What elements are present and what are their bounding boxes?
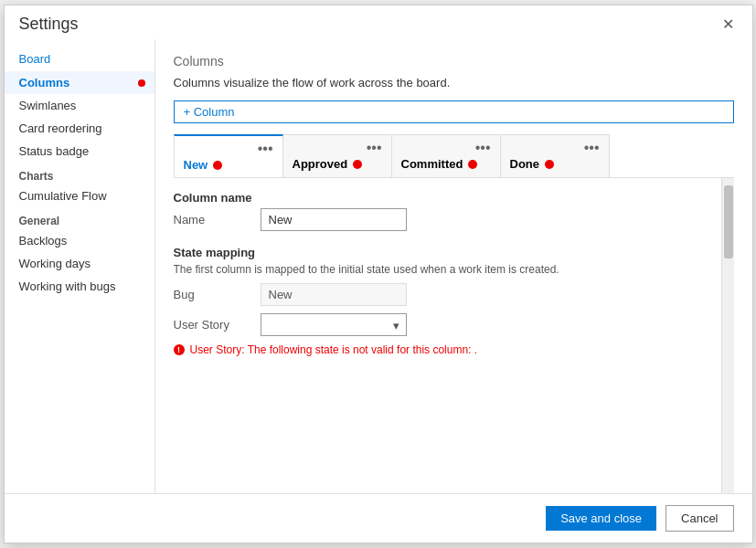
name-field-row: Name	[174, 208, 718, 231]
tab-approved-error	[353, 160, 362, 169]
main-content: Columns Columns visualize the flow of wo…	[155, 39, 752, 493]
tab-done-label: Done	[510, 157, 540, 171]
tab-new-error	[213, 161, 222, 170]
column-name-group: Column name Name	[174, 191, 718, 231]
tab-new-menu[interactable]: •••	[258, 142, 273, 156]
panel-scroll: Column name Name State mapping T	[174, 178, 721, 493]
state-mapping-title: State mapping	[174, 246, 718, 259]
sidebar-item-working-with-bugs[interactable]: Working with bugs	[5, 275, 154, 298]
cancel-button[interactable]: Cancel	[665, 505, 733, 532]
tab-new[interactable]: ••• New	[174, 134, 283, 177]
user-story-select[interactable]	[261, 313, 407, 336]
user-story-label: User Story	[174, 318, 251, 332]
state-mapping-group: State mapping The first column is mapped…	[174, 246, 718, 356]
columns-tabs-wrapper: ••• New •••	[174, 134, 734, 493]
tab-approved-menu[interactable]: •••	[367, 141, 382, 155]
user-story-field-row: User Story	[174, 313, 718, 336]
tab-committed-error	[468, 160, 477, 169]
add-column-button[interactable]: + Column	[174, 100, 734, 123]
column-name-title: Column name	[174, 191, 718, 205]
sidebar: Board Columns Swimlanes Card reordering …	[5, 39, 155, 493]
sidebar-section-charts: Charts	[5, 163, 154, 184]
tabs-row: ••• New •••	[174, 134, 734, 178]
error-icon: !	[174, 344, 185, 355]
scrollbar-thumb[interactable]	[724, 185, 733, 258]
dialog-body: Board Columns Swimlanes Card reordering …	[5, 39, 752, 493]
sidebar-item-cumulative-flow[interactable]: Cumulative Flow	[5, 184, 154, 207]
close-button[interactable]: ✕	[719, 16, 738, 34]
scrollbar[interactable]	[721, 178, 734, 493]
sidebar-item-columns[interactable]: Columns	[5, 71, 154, 94]
error-text: User Story: The following state is not v…	[190, 343, 478, 356]
section-header: Columns	[174, 54, 734, 68]
tab-done-error	[545, 160, 554, 169]
tab-committed[interactable]: ••• Committed	[391, 134, 501, 177]
bug-value: New	[261, 283, 407, 306]
sidebar-item-status-badge[interactable]: Status badge	[5, 140, 154, 163]
sidebar-item-board[interactable]: Board	[5, 47, 154, 71]
user-story-select-wrapper	[261, 313, 407, 336]
bug-field-row: Bug New	[174, 283, 718, 306]
tab-approved[interactable]: ••• Approved	[282, 134, 392, 177]
save-and-close-button[interactable]: Save and close	[546, 506, 656, 531]
bug-label: Bug	[174, 288, 251, 301]
state-mapping-description: The first column is mapped to the initia…	[174, 263, 718, 276]
dialog-title: Settings	[19, 15, 79, 34]
tab-new-label: New	[184, 158, 208, 172]
sidebar-item-backlogs[interactable]: Backlogs	[5, 229, 154, 252]
settings-dialog: Settings ✕ Board Columns Swimlanes Card …	[4, 5, 753, 543]
dialog-title-bar: Settings ✕	[5, 5, 752, 39]
description: Columns visualize the flow of work acros…	[174, 76, 734, 90]
sidebar-item-card-reordering[interactable]: Card reordering	[5, 117, 154, 140]
error-message: ! User Story: The following state is not…	[174, 343, 718, 356]
sidebar-item-working-days[interactable]: Working days	[5, 252, 154, 275]
tab-committed-menu[interactable]: •••	[475, 141, 491, 155]
dialog-footer: Save and close Cancel	[5, 493, 752, 543]
columns-tabs-scroll: ••• New •••	[174, 134, 734, 493]
name-input[interactable]	[261, 208, 407, 231]
name-label: Name	[174, 213, 251, 227]
sidebar-item-swimlanes[interactable]: Swimlanes	[5, 94, 154, 117]
tab-done-menu[interactable]: •••	[584, 141, 600, 155]
tab-done[interactable]: ••• Done	[500, 134, 610, 177]
tab-approved-label: Approved	[293, 157, 348, 171]
tab-committed-label: Committed	[401, 157, 463, 171]
sidebar-section-general: General	[5, 207, 154, 229]
